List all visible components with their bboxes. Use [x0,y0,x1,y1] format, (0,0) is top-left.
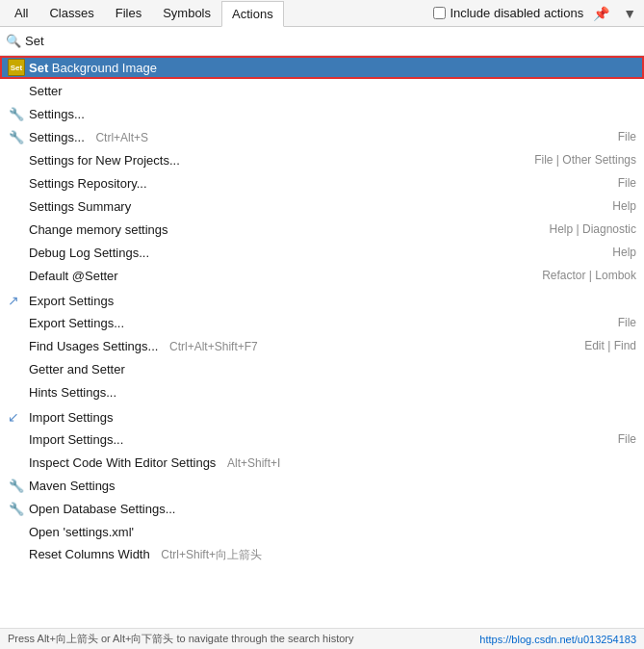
list-item[interactable]: Inspect Code With Editor Settings Alt+Sh… [0,451,644,474]
list-item[interactable]: Debug Log Settings... Help [0,241,644,264]
item-name: Settings Repository... [29,176,606,191]
item-shortcut: Ctrl+Alt+Shift+F7 [169,340,258,353]
list-item[interactable]: Setter [0,79,644,102]
section-header-export: Export Settings [0,287,644,311]
status-bar: Press Alt+向上箭头 or Alt+向下箭头 to navigate t… [0,628,644,649]
item-category: Help | Diagnostic [538,222,637,236]
list-item[interactable]: Settings... [0,102,644,125]
pin-button[interactable]: 📌 [589,4,613,23]
list-item[interactable]: Default @Setter Refactor | Lombok [0,264,644,287]
item-name: Default @Setter [29,269,530,283]
item-name: Hints Settings... [29,385,636,400]
empty-icon [8,337,25,354]
item-name: Find Usages Settings... Ctrl+Alt+Shift+F… [29,339,573,353]
empty-icon [8,82,25,99]
item-category: Help [601,199,636,213]
filter-button[interactable]: ▼ [619,4,640,23]
item-name: Maven Settings [29,479,636,493]
search-icon: 🔍 [6,34,21,48]
include-disabled-text: Include disabled actions [450,6,583,20]
search-bar: 🔍 [0,27,644,56]
item-category: Edit | Find [573,339,636,352]
item-name: Settings Summary [29,199,601,214]
wrench-icon [8,128,25,145]
item-name: Setter [29,84,636,98]
list-item[interactable]: Settings Summary Help [0,195,644,218]
item-category: File [606,130,636,143]
include-disabled-checkbox[interactable] [433,7,446,19]
item-category: File | Other Settings [523,153,636,167]
empty-icon [8,360,25,377]
item-name: Inspect Code With Editor Settings Alt+Sh… [29,455,636,470]
item-prefix: Set [29,61,48,75]
empty-icon [8,383,25,401]
item-name: Open Database Settings... [29,502,636,516]
item-shortcut: Ctrl+Alt+S [95,131,148,144]
include-disabled-label[interactable]: Include disabled actions [433,6,583,20]
item-category: File [606,316,636,329]
item-category: File [606,432,636,446]
item-name: Getter and Setter [29,362,636,376]
list-item[interactable]: Set Set Background Image [0,56,644,79]
export-icon [8,292,25,309]
tab-actions[interactable]: Actions [221,1,284,27]
list-item[interactable]: Import Settings... File [0,428,644,451]
item-name: Settings for New Projects... [29,153,523,168]
empty-icon [8,430,25,448]
empty-icon [8,221,25,238]
empty-icon [8,523,25,540]
empty-icon [8,151,25,169]
item-name: Set Background Image [29,61,636,75]
empty-icon [8,454,25,471]
empty-icon [8,314,25,331]
list-item[interactable]: Open Database Settings... [0,497,644,520]
list-item[interactable]: Change memory settings Help | Diagnostic [0,218,644,241]
tab-files[interactable]: Files [105,0,152,26]
set-icon: Set [8,59,25,76]
tab-classes[interactable]: Classes [39,0,104,26]
list-item[interactable]: Find Usages Settings... Ctrl+Alt+Shift+F… [0,334,644,357]
section-header-label: Export Settings [29,294,114,308]
list-item[interactable]: Maven Settings [0,474,644,497]
empty-icon [8,546,25,563]
list-item[interactable]: Hints Settings... [0,380,644,403]
item-name: Import Settings... [29,432,606,447]
list-item[interactable]: Settings Repository... File [0,171,644,195]
item-category: File [606,176,636,190]
item-shortcut: Alt+Shift+I [227,456,280,470]
wrench-icon [8,105,25,122]
section-header-label: Import Settings [29,410,113,425]
list-item[interactable]: Settings... Ctrl+Alt+S File [0,125,644,148]
list-item[interactable]: Reset Columns Width Ctrl+Shift+向上箭头 [0,543,644,566]
list-item[interactable]: Settings for New Projects... File | Othe… [0,148,644,171]
search-input[interactable] [25,34,638,48]
item-name: Debug Log Settings... [29,246,601,260]
item-category: Refactor | Lombok [530,269,636,282]
wrench-icon [8,477,25,494]
item-name: Reset Columns Width Ctrl+Shift+向上箭头 [29,547,636,563]
item-name: Settings... [29,107,636,121]
item-name: Open 'settings.xml' [29,525,636,539]
status-hint: Press Alt+向上箭头 or Alt+向下箭头 to navigate t… [8,632,354,646]
status-link: https://blog.csdn.net/u013254183 [479,634,636,645]
import-icon [8,408,25,426]
list-item[interactable]: Open 'settings.xml' [0,520,644,543]
section-header-import: Import Settings [0,403,644,428]
empty-icon [8,244,25,261]
empty-icon [8,267,25,284]
tab-right-controls: Include disabled actions 📌 ▼ [433,4,640,23]
item-shortcut: Ctrl+Shift+向上箭头 [161,548,262,561]
empty-icon [8,174,25,192]
item-name: Export Settings... [29,316,606,330]
item-name: Change memory settings [29,222,538,237]
tab-bar: All Classes Files Symbols Actions Includ… [0,0,644,27]
list-item[interactable]: Getter and Setter [0,357,644,380]
list-item[interactable]: Export Settings... File [0,311,644,334]
item-category: Help [601,246,636,259]
wrench-icon [8,500,25,517]
tab-all[interactable]: All [4,0,39,26]
actions-list: Set Set Background Image Setter Settings… [0,56,644,628]
tab-symbols[interactable]: Symbols [152,0,221,26]
item-name: Settings... Ctrl+Alt+S [29,130,606,144]
empty-icon [8,197,25,215]
